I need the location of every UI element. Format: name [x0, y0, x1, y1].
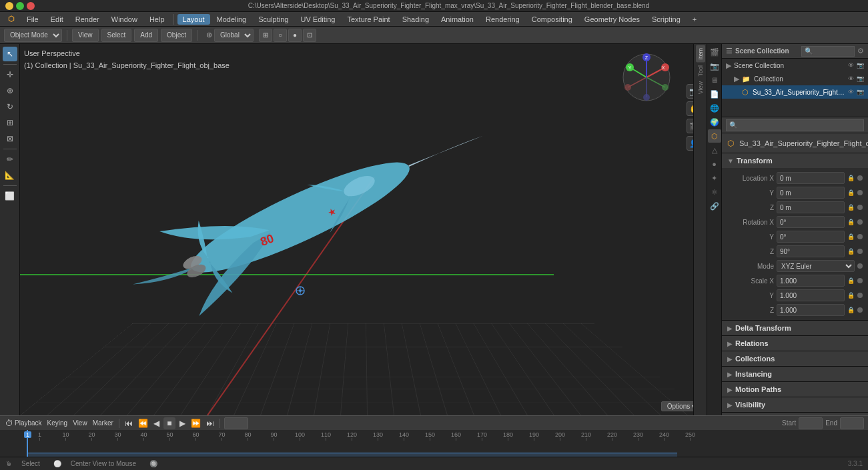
- collections-header[interactable]: ▶ Collections: [722, 351, 868, 366]
- props-tab-object[interactable]: ⬡: [708, 129, 721, 143]
- window-controls[interactable]: [5, 2, 35, 10]
- collection-eye-icon[interactable]: 👁: [848, 75, 854, 82]
- tab-view[interactable]: View: [696, 79, 705, 97]
- view-menu-btn[interactable]: View: [72, 29, 99, 42]
- viewport-display-header[interactable]: ▶ Viewport Display: [722, 413, 868, 415]
- scale-x-lock[interactable]: 🔒: [847, 277, 855, 284]
- mode-selector[interactable]: Object Mode: [4, 29, 62, 42]
- play-btn[interactable]: ▶: [178, 419, 187, 428]
- timeline-view-menu[interactable]: View: [71, 419, 89, 427]
- relations-header[interactable]: ▶ Relations: [722, 336, 868, 351]
- outliner-item-object[interactable]: ⬡ Su_33_Air_Superiority_Fighter_Flig... …: [722, 85, 868, 99]
- snap-btn[interactable]: ⊞: [259, 29, 272, 42]
- mode-dot[interactable]: [857, 263, 863, 269]
- props-tab-world[interactable]: 🌍: [708, 115, 721, 129]
- outliner-item-scene-collection[interactable]: ▶ Scene Collection 👁 📷: [722, 59, 868, 72]
- close-button[interactable]: [27, 2, 35, 10]
- loc-y-lock[interactable]: 🔒: [847, 189, 855, 196]
- current-frame-input[interactable]: 1: [224, 417, 248, 429]
- visibility-header[interactable]: ▶ Visibility: [722, 397, 868, 412]
- loc-z-value[interactable]: 0 m: [777, 201, 845, 213]
- timeline-playback-menu[interactable]: ⏱ Playback: [4, 419, 43, 428]
- menu-shading[interactable]: Shading: [397, 14, 434, 25]
- rotate-tool-btn[interactable]: ↻: [3, 99, 17, 114]
- scale-x-value[interactable]: 1.000: [777, 275, 845, 287]
- select-menu-btn[interactable]: Select: [101, 29, 132, 42]
- collection-cam-icon[interactable]: 📷: [857, 75, 864, 82]
- props-tab-scene[interactable]: 🎬: [708, 45, 721, 59]
- menu-help[interactable]: Help: [144, 14, 170, 25]
- transform-header[interactable]: ▼ Transform: [722, 153, 868, 168]
- motion-paths-header[interactable]: ▶ Motion Paths: [722, 382, 868, 397]
- menu-blender[interactable]: ⬡: [3, 13, 20, 25]
- filter-icon[interactable]: ⚙: [857, 47, 864, 55]
- object-menu-btn[interactable]: Object: [161, 29, 192, 42]
- menu-edit[interactable]: Edit: [45, 14, 69, 25]
- timeline-marker-menu[interactable]: Marker: [91, 419, 115, 427]
- prev-keyframe-btn[interactable]: ⏪: [137, 419, 149, 428]
- scale-tool-btn[interactable]: ⊞: [3, 115, 17, 130]
- loc-x-dot[interactable]: [857, 175, 863, 181]
- cursor-tool-btn[interactable]: ✛: [3, 67, 17, 82]
- rot-y-dot[interactable]: [857, 234, 863, 239]
- outliner-item-collection[interactable]: ▶ 📁 Collection 👁 📷: [722, 72, 868, 85]
- start-frame-input[interactable]: 1: [799, 417, 823, 429]
- scale-y-value[interactable]: 1.000: [777, 289, 845, 301]
- menu-scripting[interactable]: Scripting: [646, 14, 686, 25]
- rot-x-lock[interactable]: 🔒: [847, 219, 855, 225]
- menu-rendering[interactable]: Rendering: [480, 14, 525, 25]
- loc-x-value[interactable]: 0 m: [777, 172, 845, 184]
- delta-transform-header[interactable]: ▶ Delta Transform: [722, 321, 868, 335]
- loc-x-lock[interactable]: 🔒: [847, 175, 855, 181]
- props-tab-mesh[interactable]: △: [708, 143, 721, 157]
- next-keyframe-btn[interactable]: ⏩: [189, 419, 202, 428]
- props-tab-constraints[interactable]: 🔗: [708, 199, 721, 213]
- menu-compositing[interactable]: Compositing: [526, 14, 578, 25]
- loc-y-dot[interactable]: [857, 190, 863, 195]
- stop-btn[interactable]: ■: [163, 417, 175, 429]
- loc-z-dot[interactable]: [857, 205, 863, 210]
- scale-z-dot[interactable]: [857, 307, 863, 313]
- transform-type-selector[interactable]: Global: [214, 29, 254, 42]
- object-cam-icon[interactable]: 📷: [857, 89, 864, 95]
- instancing-header[interactable]: ▶ Instancing: [722, 367, 868, 381]
- props-tab-viewlayer[interactable]: 📄: [708, 87, 721, 101]
- eye-icon[interactable]: 👁: [848, 62, 854, 69]
- outliner-search[interactable]: [801, 46, 855, 57]
- menu-render[interactable]: Render: [70, 14, 105, 25]
- props-tab-material[interactable]: ●: [708, 157, 721, 171]
- viewport[interactable]: 80 ★ User Perspective (1) Collection | S…: [20, 44, 707, 415]
- tab-item[interactable]: Item: [696, 45, 705, 63]
- scale-y-lock[interactable]: 🔒: [847, 292, 855, 299]
- proportional-edit-btn[interactable]: ○: [274, 29, 287, 42]
- add-menu-btn[interactable]: Add: [134, 29, 158, 42]
- rot-z-dot[interactable]: [857, 249, 863, 254]
- menu-animation[interactable]: Animation: [436, 14, 479, 25]
- menu-uv-editing[interactable]: UV Editing: [295, 14, 340, 25]
- loc-y-value[interactable]: 0 m: [777, 187, 845, 199]
- menu-texture-paint[interactable]: Texture Paint: [342, 14, 395, 25]
- props-tab-physics[interactable]: ⚛: [708, 185, 721, 199]
- props-tab-particles[interactable]: ✦: [708, 171, 721, 185]
- props-tab-render[interactable]: 📷: [708, 59, 721, 73]
- xray-btn[interactable]: ⊡: [303, 29, 316, 42]
- timeline-content[interactable]: 1 10 20 30 40 50: [0, 430, 868, 457]
- maximize-button[interactable]: [16, 2, 24, 10]
- props-tab-output[interactable]: 🖥: [708, 73, 721, 87]
- timeline-keying-menu[interactable]: Keying: [46, 419, 69, 427]
- menu-file[interactable]: File: [21, 14, 44, 25]
- scale-z-value[interactable]: 1.000: [777, 304, 845, 316]
- measure-btn[interactable]: 📐: [3, 168, 17, 183]
- transform-tool-btn[interactable]: ⊠: [3, 131, 17, 146]
- move-tool-btn[interactable]: ⊕: [3, 83, 17, 98]
- rot-x-value[interactable]: 0°: [777, 216, 845, 228]
- rot-z-value[interactable]: 90°: [777, 245, 845, 257]
- rot-y-value[interactable]: 0°: [777, 231, 845, 243]
- menu-plus[interactable]: +: [687, 14, 702, 25]
- add-cube-btn[interactable]: ⬜: [3, 189, 17, 203]
- end-frame-input[interactable]: 250: [840, 417, 864, 429]
- rotation-mode-select[interactable]: XYZ Euler: [777, 260, 855, 272]
- tab-tool[interactable]: Tool: [696, 63, 705, 79]
- menu-layout[interactable]: Layout: [177, 14, 210, 25]
- navigation-gizmo[interactable]: X Y Z: [620, 51, 673, 104]
